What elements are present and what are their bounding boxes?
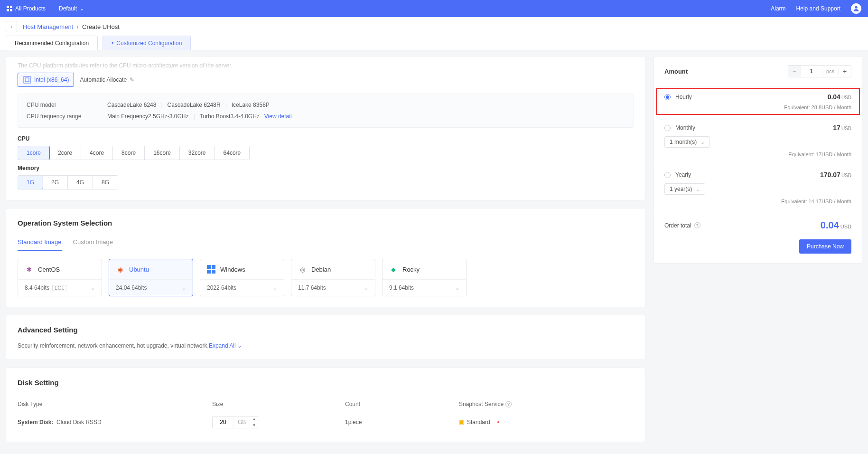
plan-hourly[interactable]: Hourly 0.04USD Equivalent: 28.8USD / Mon…	[654, 86, 862, 117]
cpu-label: CPU	[18, 135, 634, 142]
help-icon[interactable]: ?	[694, 222, 700, 228]
svg-rect-6	[25, 78, 29, 82]
custom-image-tab[interactable]: Custom Image	[73, 236, 113, 251]
purchase-button[interactable]: Purchase Now	[799, 239, 851, 254]
svg-rect-8	[212, 265, 215, 269]
chevron-down-icon: ⌄	[364, 285, 368, 291]
cpu-opt-64core[interactable]: 64core	[215, 146, 250, 160]
memory-label: Memory	[18, 165, 634, 171]
radio-monthly[interactable]	[664, 125, 671, 131]
cpu-freq-label: CPU frequency range	[27, 113, 88, 120]
disk-card: Disk Setting Disk Type Size Count Snapho…	[6, 368, 646, 442]
alarm-link[interactable]: Alarm	[771, 5, 785, 12]
os-centos[interactable]: ✱CentOS 8.4 64bitsEOL⌄	[18, 259, 102, 296]
radio-hourly[interactable]	[664, 94, 671, 100]
breadcrumb-current: Create UHost	[82, 23, 120, 30]
adv-desc: Security reinforcement, network enhancem…	[18, 342, 209, 349]
chevron-down-icon: ⌄	[237, 342, 242, 349]
amount-stepper: − pcs +	[788, 65, 851, 77]
chevron-down-icon: ⌄	[700, 139, 705, 145]
help-icon[interactable]: ?	[505, 401, 512, 407]
cpu-opt-4core[interactable]: 4core	[81, 146, 113, 160]
svg-rect-2	[7, 9, 9, 11]
help-link[interactable]: Help and Support	[796, 5, 840, 12]
svg-rect-5	[24, 76, 30, 83]
os-card: Operation System Selection Standard Imag…	[6, 208, 646, 307]
mem-opt-8g[interactable]: 8G	[93, 176, 118, 189]
advanced-card: Advanced Setting Security reinforcement,…	[6, 315, 646, 360]
svg-rect-9	[207, 270, 211, 274]
svg-rect-10	[212, 270, 215, 274]
cpu-opt-2core[interactable]: 2core	[49, 146, 81, 160]
expand-all-link[interactable]: Expand All ⌄	[209, 342, 242, 349]
auto-allocate[interactable]: Automatic Allocate ✎	[80, 76, 134, 83]
cpu-config-card: The CPU platform attributes refer to the…	[6, 56, 646, 200]
chevron-down-icon: ⌄	[455, 285, 459, 291]
cpu-spec-box: CPU model CascadeLake 6248| CascadeLake …	[18, 94, 634, 128]
grid-icon	[7, 6, 12, 11]
os-windows[interactable]: Windows 2022 64bits⌄	[200, 259, 284, 296]
all-products-menu[interactable]: All Products	[7, 0, 52, 17]
amount-plus[interactable]: +	[839, 65, 851, 77]
rocky-icon: ◆	[389, 265, 398, 274]
project-selector[interactable]: Default ⌄	[52, 0, 91, 17]
disk-size-input[interactable]: GB ▲▼	[212, 416, 258, 428]
intel-icon	[23, 76, 31, 84]
chevron-down-icon: ⌄	[182, 285, 186, 291]
topbar: All Products Default ⌄ Alarm Help and Su…	[0, 0, 868, 17]
truncated-text: The CPU platform attributes refer to the…	[18, 62, 634, 69]
disk-title: Disk Setting	[18, 378, 634, 387]
mem-opt-4g[interactable]: 4G	[68, 176, 93, 189]
chevron-down-icon: ⌄	[80, 6, 84, 12]
camera-icon: ▣	[459, 419, 464, 426]
os-title: Operation System Selection	[18, 219, 634, 227]
user-avatar[interactable]	[851, 3, 861, 14]
yearly-duration-select[interactable]: 1 year(s)⌄	[664, 183, 705, 195]
breadcrumb-host-mgmt[interactable]: Host Management	[23, 23, 73, 30]
size-up[interactable]: ▲	[250, 416, 258, 422]
monthly-duration-select[interactable]: 1 month(s)⌄	[664, 136, 710, 148]
edit-icon: ✎	[130, 76, 134, 83]
disk-row: System Disk: Cloud Disk RSSD GB ▲▼ 1piec…	[18, 413, 634, 431]
os-rocky[interactable]: ◆Rocky 9.1 64bits⌄	[382, 259, 467, 296]
amount-input[interactable]	[801, 66, 822, 77]
snapshot-standard[interactable]: ▣ Standard	[459, 419, 490, 426]
project-label: Default	[59, 5, 77, 12]
ubuntu-icon: ◉	[116, 265, 124, 274]
adv-title: Advanced Setting	[18, 326, 634, 334]
breadcrumb: Host Management / Create UHost	[23, 23, 120, 30]
tab-recommended[interactable]: Recommended Configuration	[6, 36, 98, 50]
subheader: ‹ Host Management / Create UHost Recomme…	[0, 17, 868, 50]
plan-yearly[interactable]: Yearly 170.07USD 1 year(s)⌄ Equivalent: …	[654, 164, 862, 211]
chevron-down-icon: ⌄	[91, 285, 95, 291]
chevron-down-icon: ⌄	[273, 285, 277, 291]
cpu-options: 1core 2core 4core 8core 16core 32core 64…	[18, 146, 250, 160]
centos-icon: ✱	[25, 265, 33, 274]
cpu-opt-16core[interactable]: 16core	[145, 146, 180, 160]
plan-monthly[interactable]: Monthly 17USD 1 month(s)⌄ Equivalent: 17…	[654, 117, 862, 164]
mem-opt-2g[interactable]: 2G	[43, 176, 68, 189]
mem-opt-1g[interactable]: 1G	[18, 175, 43, 189]
standard-image-tab[interactable]: Standard Image	[18, 236, 62, 251]
svg-rect-0	[7, 6, 9, 8]
cpu-opt-8core[interactable]: 8core	[113, 146, 145, 160]
svg-rect-1	[10, 6, 12, 8]
os-ubuntu[interactable]: ◉Ubuntu 24.04 64bits⌄	[109, 259, 193, 296]
os-debian[interactable]: ◎Debian 11.7 64bits⌄	[291, 259, 375, 296]
radio-yearly[interactable]	[664, 172, 671, 178]
pricing-panel: Amount − pcs + Hourly 0.04USD Equivalent…	[653, 56, 862, 264]
cpu-opt-1core[interactable]: 1core	[18, 146, 50, 160]
disk-table-head: Disk Type Size Count Snaphost Service?	[18, 395, 634, 413]
disk-size-field[interactable]	[213, 419, 233, 426]
cpu-opt-32core[interactable]: 32core	[180, 146, 215, 160]
warning-dot-icon: •	[497, 418, 499, 426]
back-button[interactable]: ‹	[6, 21, 17, 32]
size-down[interactable]: ▼	[250, 422, 258, 428]
amount-minus[interactable]: −	[788, 65, 801, 77]
cpu-platform-intel[interactable]: Intel (x86_64)	[18, 73, 74, 87]
debian-icon: ◎	[298, 265, 307, 274]
memory-options: 1G 2G 4G 8G	[18, 175, 118, 189]
view-detail-link[interactable]: View detail	[264, 113, 292, 120]
tab-customized[interactable]: Customized Configuration	[103, 36, 191, 50]
windows-icon	[207, 265, 215, 274]
